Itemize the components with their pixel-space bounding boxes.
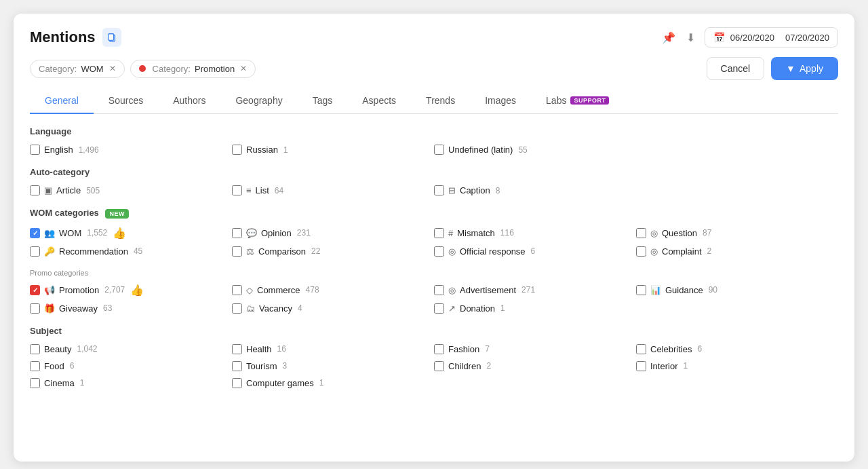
list-item: ◎ Complaint 2: [636, 246, 838, 257]
children-checkbox[interactable]: [434, 361, 444, 371]
recommendation-checkbox[interactable]: [30, 246, 40, 257]
list-item: 📊 Guidance 90: [636, 284, 838, 297]
advertisement-checkbox[interactable]: [434, 285, 444, 295]
copy-icon[interactable]: [102, 28, 121, 47]
tab-images[interactable]: Images: [470, 88, 531, 114]
tourism-count: 3: [283, 361, 288, 371]
list-item: ≡ List 64: [232, 185, 434, 195]
tab-trends[interactable]: Trends: [411, 88, 470, 114]
filter-actions: Cancel ▼ Apply: [707, 57, 838, 80]
donation-icon: ↗: [448, 303, 456, 314]
commerce-label: Commerce: [257, 285, 300, 295]
list-item: ⚖ Comparison 22: [232, 246, 434, 257]
article-checkbox[interactable]: [30, 185, 40, 195]
list-item: 🗂 Vacancy 4: [232, 303, 434, 314]
mismatch-icon: #: [448, 228, 453, 238]
opinion-checkbox[interactable]: [232, 228, 242, 238]
svg-rect-1: [108, 34, 113, 41]
list-item: ◎ Official response 6: [434, 246, 636, 257]
filter-bar: Category: WOM ✕ Category: Promotion ✕ Ca…: [30, 57, 838, 80]
list-item: Undefined (latin) 55: [434, 145, 636, 155]
complaint-icon: ◎: [650, 246, 658, 257]
date-range[interactable]: 📅 06/20/2020 07/20/2020: [705, 27, 838, 48]
article-icon: ▣: [44, 185, 52, 195]
food-checkbox[interactable]: [30, 361, 40, 371]
celebrities-count: 6: [697, 344, 702, 354]
beauty-checkbox[interactable]: [30, 344, 40, 354]
giveaway-checkbox[interactable]: [30, 303, 40, 314]
download-icon[interactable]: ⬇: [686, 31, 695, 44]
list-item: Computer games 1: [232, 378, 434, 388]
fashion-checkbox[interactable]: [434, 344, 444, 354]
language-section: Language English 1,496 Russian 1 Undefin…: [30, 126, 838, 155]
wom-categories-grid: 👥 WOM 1,552 👍 💬 Opinion 231 # Mismatch 1…: [30, 227, 838, 257]
filter-tag-wom-remove[interactable]: ✕: [109, 64, 116, 73]
tab-authors[interactable]: Authors: [158, 88, 220, 114]
recommendation-icon: 🔑: [44, 246, 55, 257]
computer-games-checkbox[interactable]: [232, 378, 242, 388]
advertisement-count: 271: [521, 285, 535, 295]
guidance-count: 90: [709, 285, 717, 295]
donation-checkbox[interactable]: [434, 303, 444, 314]
promotion-checkbox[interactable]: [30, 285, 40, 295]
food-label: Food: [44, 361, 64, 371]
recommendation-label: Recommendation: [59, 246, 128, 257]
tourism-checkbox[interactable]: [232, 361, 242, 371]
page-title: Mentions: [30, 29, 96, 46]
health-checkbox[interactable]: [232, 344, 242, 354]
caption-checkbox[interactable]: [434, 185, 444, 195]
celebrities-checkbox[interactable]: [636, 344, 646, 354]
article-count: 505: [86, 186, 100, 195]
vacancy-checkbox[interactable]: [232, 303, 242, 314]
filter-tag-promotion-remove[interactable]: ✕: [240, 64, 247, 73]
question-checkbox[interactable]: [636, 228, 646, 238]
apply-button[interactable]: ▼ Apply: [771, 57, 838, 80]
list-item: Health 16: [232, 344, 434, 354]
children-label: Children: [448, 361, 481, 371]
mismatch-checkbox[interactable]: [434, 228, 444, 238]
official-response-count: 6: [531, 246, 536, 256]
complaint-checkbox[interactable]: [636, 246, 646, 257]
list-count: 64: [275, 186, 283, 195]
question-label: Question: [662, 228, 697, 238]
official-response-label: Official response: [460, 246, 526, 257]
list-item: ◎ Question 87: [636, 227, 838, 240]
question-count: 87: [703, 228, 711, 238]
tab-general[interactable]: General: [30, 88, 94, 114]
tab-aspects[interactable]: Aspects: [347, 88, 411, 114]
tab-sources[interactable]: Sources: [94, 88, 158, 114]
giveaway-icon: 🎁: [44, 303, 55, 314]
pin-icon[interactable]: 📌: [662, 31, 675, 44]
undefined-latin-checkbox[interactable]: [434, 145, 444, 155]
commerce-count: 478: [306, 285, 319, 295]
interior-checkbox[interactable]: [636, 361, 646, 371]
tab-geography[interactable]: Geography: [220, 88, 297, 114]
promo-categories-grid: 📢 Promotion 2,707 👍 ◇ Commerce 478 ◎ Adv…: [30, 284, 838, 314]
commerce-checkbox[interactable]: [232, 285, 242, 295]
list-item: ◇ Commerce 478: [232, 284, 434, 297]
comparison-checkbox[interactable]: [232, 246, 242, 257]
russian-checkbox[interactable]: [232, 145, 242, 155]
guidance-checkbox[interactable]: [636, 285, 646, 295]
cancel-button[interactable]: Cancel: [707, 57, 765, 80]
subject-section: Subject Beauty 1,042 Health 16 Fashion 7: [30, 326, 838, 388]
complaint-count: 2: [707, 246, 712, 256]
list-checkbox[interactable]: [232, 185, 242, 195]
english-checkbox[interactable]: [30, 145, 40, 155]
auto-category-section: Auto-category ▣ Article 505 ≡ List 64 ⊟: [30, 167, 838, 195]
giveaway-count: 63: [103, 303, 112, 313]
list-item: 👥 WOM 1,552 👍: [30, 227, 232, 240]
official-response-checkbox[interactable]: [434, 246, 444, 257]
language-title: Language: [30, 126, 838, 136]
tab-labs[interactable]: Labs SUPPORT: [531, 88, 624, 114]
list-item: Beauty 1,042: [30, 344, 232, 354]
children-count: 2: [486, 361, 491, 371]
vacancy-label: Vacancy: [259, 303, 292, 314]
wom-checkbox[interactable]: [30, 228, 40, 238]
english-label: English: [44, 145, 73, 155]
tab-tags[interactable]: Tags: [298, 88, 348, 114]
question-icon: ◎: [650, 228, 658, 238]
cinema-checkbox[interactable]: [30, 378, 40, 388]
auto-category-title: Auto-category: [30, 167, 838, 177]
comparison-label: Comparison: [258, 246, 306, 257]
